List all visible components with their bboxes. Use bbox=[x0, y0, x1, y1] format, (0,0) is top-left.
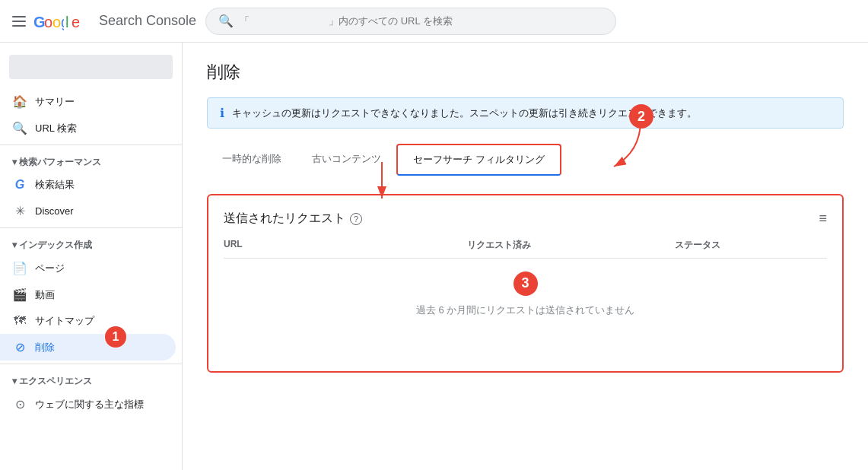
svg-text:o: o bbox=[52, 14, 61, 30]
tabs-container: 一時的な削除 古いコンテンツ セーフサーチ フィルタリング 2 bbox=[207, 144, 844, 176]
topbar-left: G o o g l e Search Console bbox=[12, 11, 196, 32]
discover-icon: ✳ bbox=[12, 204, 27, 218]
sidebar-label-video: 動画 bbox=[35, 288, 164, 302]
table-columns: URL リクエスト済み ステータス bbox=[224, 239, 827, 259]
badge-2: 2 bbox=[629, 104, 653, 129]
vitals-icon: ⊙ bbox=[12, 397, 27, 411]
table-section: 送信されたリクエスト ? ≡ URL リクエスト済み ステータス 過去 6 か月… bbox=[207, 194, 844, 373]
video-icon: 🎬 bbox=[12, 287, 27, 302]
search-icon: 🔍 bbox=[218, 14, 234, 28]
filter-icon[interactable]: ≡ bbox=[819, 211, 827, 227]
main-layout: 🏠 サマリー 🔍 URL 検索 ▾ 検索パフォーマンス G 検索結果 ✳ Dis… bbox=[0, 43, 868, 470]
info-text: キャッシュの更新はリクエストできなくなりました。スニペットの更新は引き続きリクエ… bbox=[232, 106, 697, 120]
divider-2 bbox=[0, 227, 182, 228]
table-header-row: 送信されたリクエスト ? ≡ bbox=[224, 211, 827, 227]
divider-1 bbox=[0, 144, 182, 145]
sidebar-label-discover: Discover bbox=[35, 205, 164, 217]
page-title: 削除 bbox=[207, 61, 844, 84]
svg-text:g: g bbox=[61, 14, 64, 30]
sidebar-label-sitemap: サイトマップ bbox=[35, 314, 164, 328]
section-experience: ▾ エクスペリエンス bbox=[0, 367, 182, 391]
badge-3: 3 bbox=[513, 272, 538, 296]
badge-1: 1 bbox=[105, 326, 126, 348]
col-requested: リクエスト済み bbox=[467, 239, 675, 252]
google-logo-svg: G o o g bbox=[33, 11, 64, 32]
google-g-icon: G bbox=[12, 178, 27, 192]
home-icon: 🏠 bbox=[12, 94, 27, 109]
section-search: ▾ 検索パフォーマンス bbox=[0, 148, 182, 172]
search-input[interactable] bbox=[240, 15, 603, 27]
sidebar-item-search-results[interactable]: G 検索結果 bbox=[0, 172, 176, 198]
sitemap-icon: 🗺 bbox=[12, 314, 27, 328]
col-url: URL bbox=[224, 239, 467, 252]
topbar: G o o g l e Search Console 🔍 bbox=[0, 0, 868, 43]
section-index: ▾ インデックス作成 bbox=[0, 231, 182, 255]
sidebar-item-web-vitals[interactable]: ⊙ ウェブに関する主な指標 bbox=[0, 391, 176, 418]
google-logo: G o o g l e bbox=[33, 11, 90, 32]
search-bar[interactable]: 🔍 bbox=[205, 8, 616, 35]
site-selector[interactable] bbox=[9, 55, 173, 79]
content-area: 削除 ℹ キャッシュの更新はリクエストできなくなりました。スニペットの更新は引き… bbox=[183, 43, 868, 470]
tab-safesearch[interactable]: セーフサーチ フィルタリング bbox=[396, 144, 561, 176]
sidebar-label-removal: 削除 bbox=[35, 341, 164, 354]
sidebar-label-web-vitals: ウェブに関する主な指標 bbox=[35, 398, 164, 411]
sidebar-item-sitemap[interactable]: 🗺 サイトマップ bbox=[0, 308, 176, 334]
sidebar-label-pages: ページ bbox=[35, 262, 164, 275]
app-title: Search Console bbox=[99, 13, 196, 29]
sidebar-label-summary: サマリー bbox=[35, 95, 164, 109]
svg-text:o: o bbox=[44, 14, 52, 30]
google-logo-le: l e bbox=[65, 11, 90, 32]
sidebar-item-removal[interactable]: ⊘ 削除 1 bbox=[0, 334, 176, 360]
sidebar-item-video[interactable]: 🎬 動画 bbox=[0, 281, 176, 308]
sidebar-item-pages[interactable]: 📄 ページ bbox=[0, 255, 176, 281]
svg-text:e: e bbox=[72, 14, 80, 30]
menu-button[interactable] bbox=[12, 16, 26, 27]
tab-old-content[interactable]: 古いコンテンツ bbox=[297, 144, 396, 176]
table-wrapper: 送信されたリクエスト ? ≡ URL リクエスト済み ステータス 過去 6 か月… bbox=[207, 194, 844, 373]
pages-icon: 📄 bbox=[12, 261, 27, 275]
info-icon: ℹ bbox=[220, 106, 224, 120]
svg-text:l: l bbox=[65, 14, 68, 30]
removal-icon: ⊘ bbox=[12, 340, 27, 354]
info-banner: ℹ キャッシュの更新はリクエストできなくなりました。スニペットの更新は引き続きリ… bbox=[207, 97, 844, 129]
divider-3 bbox=[0, 364, 182, 364]
sidebar-item-summary[interactable]: 🏠 サマリー bbox=[0, 88, 176, 115]
sidebar-item-url-inspect[interactable]: 🔍 URL 検索 bbox=[0, 115, 176, 141]
sidebar-item-discover[interactable]: ✳ Discover bbox=[0, 198, 176, 224]
tabs-row: 一時的な削除 古いコンテンツ セーフサーチ フィルタリング bbox=[207, 144, 844, 176]
col-status: ステータス bbox=[675, 239, 827, 252]
tab-temp-removal[interactable]: 一時的な削除 bbox=[207, 144, 297, 176]
sidebar-label-search-results: 検索結果 bbox=[35, 178, 164, 192]
table-title: 送信されたリクエスト ? bbox=[224, 211, 819, 227]
search-icon-sidebar: 🔍 bbox=[12, 121, 27, 135]
sidebar-label-url-inspect: URL 検索 bbox=[35, 122, 164, 135]
sidebar: 🏠 サマリー 🔍 URL 検索 ▾ 検索パフォーマンス G 検索結果 ✳ Dis… bbox=[0, 43, 183, 470]
help-icon[interactable]: ? bbox=[350, 213, 362, 225]
